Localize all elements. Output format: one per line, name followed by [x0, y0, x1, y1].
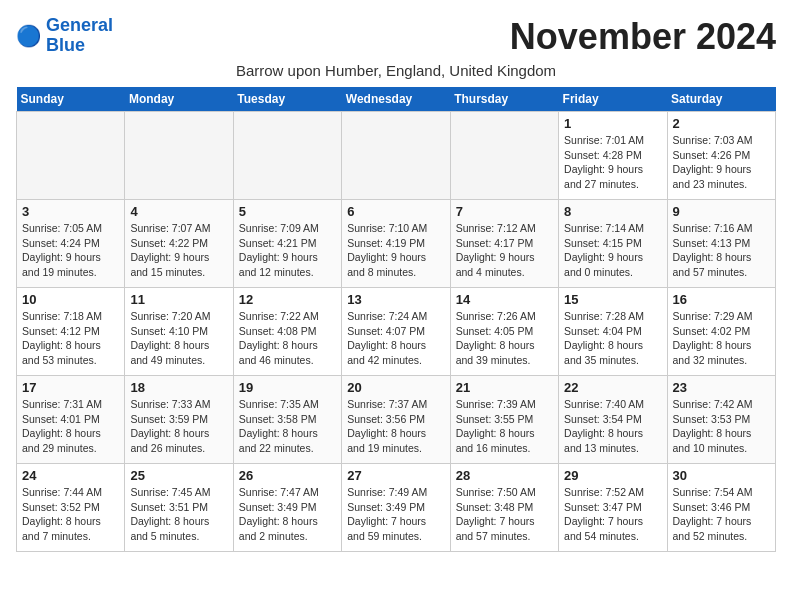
calendar-header-wednesday: Wednesday: [342, 87, 450, 112]
day-info: Sunrise: 7:18 AMSunset: 4:12 PMDaylight:…: [22, 309, 119, 368]
calendar-header-tuesday: Tuesday: [233, 87, 341, 112]
day-number: 14: [456, 292, 553, 307]
day-info: Sunrise: 7:29 AMSunset: 4:02 PMDaylight:…: [673, 309, 770, 368]
calendar-cell: 13Sunrise: 7:24 AMSunset: 4:07 PMDayligh…: [342, 288, 450, 376]
logo-text: General Blue: [46, 16, 113, 56]
day-info: Sunrise: 7:40 AMSunset: 3:54 PMDaylight:…: [564, 397, 661, 456]
logo-icon: 🔵: [16, 22, 44, 50]
calendar-cell: 20Sunrise: 7:37 AMSunset: 3:56 PMDayligh…: [342, 376, 450, 464]
day-number: 19: [239, 380, 336, 395]
day-info: Sunrise: 7:42 AMSunset: 3:53 PMDaylight:…: [673, 397, 770, 456]
day-number: 1: [564, 116, 661, 131]
day-number: 4: [130, 204, 227, 219]
day-info: Sunrise: 7:10 AMSunset: 4:19 PMDaylight:…: [347, 221, 444, 280]
subtitle: Barrow upon Humber, England, United King…: [16, 62, 776, 79]
day-number: 30: [673, 468, 770, 483]
day-info: Sunrise: 7:26 AMSunset: 4:05 PMDaylight:…: [456, 309, 553, 368]
day-number: 12: [239, 292, 336, 307]
day-info: Sunrise: 7:33 AMSunset: 3:59 PMDaylight:…: [130, 397, 227, 456]
day-number: 10: [22, 292, 119, 307]
day-number: 8: [564, 204, 661, 219]
day-number: 24: [22, 468, 119, 483]
calendar-cell: 17Sunrise: 7:31 AMSunset: 4:01 PMDayligh…: [17, 376, 125, 464]
day-info: Sunrise: 7:39 AMSunset: 3:55 PMDaylight:…: [456, 397, 553, 456]
day-info: Sunrise: 7:52 AMSunset: 3:47 PMDaylight:…: [564, 485, 661, 544]
calendar-cell: [17, 112, 125, 200]
calendar-header-saturday: Saturday: [667, 87, 775, 112]
calendar-week-row: 17Sunrise: 7:31 AMSunset: 4:01 PMDayligh…: [17, 376, 776, 464]
calendar-cell: 18Sunrise: 7:33 AMSunset: 3:59 PMDayligh…: [125, 376, 233, 464]
day-info: Sunrise: 7:12 AMSunset: 4:17 PMDaylight:…: [456, 221, 553, 280]
calendar-header-row: SundayMondayTuesdayWednesdayThursdayFrid…: [17, 87, 776, 112]
day-info: Sunrise: 7:35 AMSunset: 3:58 PMDaylight:…: [239, 397, 336, 456]
calendar-header-friday: Friday: [559, 87, 667, 112]
day-number: 26: [239, 468, 336, 483]
calendar-table: SundayMondayTuesdayWednesdayThursdayFrid…: [16, 87, 776, 552]
calendar-cell: 5Sunrise: 7:09 AMSunset: 4:21 PMDaylight…: [233, 200, 341, 288]
calendar-week-row: 10Sunrise: 7:18 AMSunset: 4:12 PMDayligh…: [17, 288, 776, 376]
calendar-cell: [233, 112, 341, 200]
calendar-week-row: 1Sunrise: 7:01 AMSunset: 4:28 PMDaylight…: [17, 112, 776, 200]
calendar-cell: 29Sunrise: 7:52 AMSunset: 3:47 PMDayligh…: [559, 464, 667, 552]
calendar-cell: 2Sunrise: 7:03 AMSunset: 4:26 PMDaylight…: [667, 112, 775, 200]
day-info: Sunrise: 7:24 AMSunset: 4:07 PMDaylight:…: [347, 309, 444, 368]
day-number: 20: [347, 380, 444, 395]
calendar-header-sunday: Sunday: [17, 87, 125, 112]
calendar-header-thursday: Thursday: [450, 87, 558, 112]
calendar-cell: 24Sunrise: 7:44 AMSunset: 3:52 PMDayligh…: [17, 464, 125, 552]
calendar-header-monday: Monday: [125, 87, 233, 112]
day-info: Sunrise: 7:49 AMSunset: 3:49 PMDaylight:…: [347, 485, 444, 544]
logo-line2: Blue: [46, 35, 85, 55]
day-number: 18: [130, 380, 227, 395]
day-info: Sunrise: 7:28 AMSunset: 4:04 PMDaylight:…: [564, 309, 661, 368]
logo-line1: General: [46, 15, 113, 35]
calendar-cell: 16Sunrise: 7:29 AMSunset: 4:02 PMDayligh…: [667, 288, 775, 376]
day-number: 28: [456, 468, 553, 483]
calendar-cell: [125, 112, 233, 200]
calendar-cell: 12Sunrise: 7:22 AMSunset: 4:08 PMDayligh…: [233, 288, 341, 376]
day-number: 13: [347, 292, 444, 307]
calendar-cell: 19Sunrise: 7:35 AMSunset: 3:58 PMDayligh…: [233, 376, 341, 464]
day-number: 29: [564, 468, 661, 483]
day-info: Sunrise: 7:22 AMSunset: 4:08 PMDaylight:…: [239, 309, 336, 368]
svg-text:🔵: 🔵: [16, 22, 42, 48]
day-info: Sunrise: 7:54 AMSunset: 3:46 PMDaylight:…: [673, 485, 770, 544]
day-info: Sunrise: 7:47 AMSunset: 3:49 PMDaylight:…: [239, 485, 336, 544]
calendar-cell: 26Sunrise: 7:47 AMSunset: 3:49 PMDayligh…: [233, 464, 341, 552]
day-number: 11: [130, 292, 227, 307]
calendar-cell: 11Sunrise: 7:20 AMSunset: 4:10 PMDayligh…: [125, 288, 233, 376]
day-info: Sunrise: 7:07 AMSunset: 4:22 PMDaylight:…: [130, 221, 227, 280]
calendar-cell: 27Sunrise: 7:49 AMSunset: 3:49 PMDayligh…: [342, 464, 450, 552]
calendar-cell: 23Sunrise: 7:42 AMSunset: 3:53 PMDayligh…: [667, 376, 775, 464]
day-info: Sunrise: 7:20 AMSunset: 4:10 PMDaylight:…: [130, 309, 227, 368]
day-number: 25: [130, 468, 227, 483]
day-info: Sunrise: 7:16 AMSunset: 4:13 PMDaylight:…: [673, 221, 770, 280]
calendar-cell: 14Sunrise: 7:26 AMSunset: 4:05 PMDayligh…: [450, 288, 558, 376]
day-number: 22: [564, 380, 661, 395]
calendar-cell: 28Sunrise: 7:50 AMSunset: 3:48 PMDayligh…: [450, 464, 558, 552]
calendar-cell: [450, 112, 558, 200]
day-number: 27: [347, 468, 444, 483]
day-info: Sunrise: 7:44 AMSunset: 3:52 PMDaylight:…: [22, 485, 119, 544]
day-number: 5: [239, 204, 336, 219]
day-number: 15: [564, 292, 661, 307]
day-info: Sunrise: 7:31 AMSunset: 4:01 PMDaylight:…: [22, 397, 119, 456]
day-info: Sunrise: 7:45 AMSunset: 3:51 PMDaylight:…: [130, 485, 227, 544]
day-info: Sunrise: 7:37 AMSunset: 3:56 PMDaylight:…: [347, 397, 444, 456]
calendar-cell: 30Sunrise: 7:54 AMSunset: 3:46 PMDayligh…: [667, 464, 775, 552]
calendar-cell: 4Sunrise: 7:07 AMSunset: 4:22 PMDaylight…: [125, 200, 233, 288]
day-number: 23: [673, 380, 770, 395]
calendar-cell: 1Sunrise: 7:01 AMSunset: 4:28 PMDaylight…: [559, 112, 667, 200]
calendar-cell: 9Sunrise: 7:16 AMSunset: 4:13 PMDaylight…: [667, 200, 775, 288]
calendar-cell: 10Sunrise: 7:18 AMSunset: 4:12 PMDayligh…: [17, 288, 125, 376]
month-title: November 2024: [510, 16, 776, 58]
day-number: 7: [456, 204, 553, 219]
calendar-cell: 21Sunrise: 7:39 AMSunset: 3:55 PMDayligh…: [450, 376, 558, 464]
calendar-cell: [342, 112, 450, 200]
day-info: Sunrise: 7:03 AMSunset: 4:26 PMDaylight:…: [673, 133, 770, 192]
calendar-cell: 15Sunrise: 7:28 AMSunset: 4:04 PMDayligh…: [559, 288, 667, 376]
day-number: 21: [456, 380, 553, 395]
day-info: Sunrise: 7:01 AMSunset: 4:28 PMDaylight:…: [564, 133, 661, 192]
calendar-week-row: 24Sunrise: 7:44 AMSunset: 3:52 PMDayligh…: [17, 464, 776, 552]
day-info: Sunrise: 7:50 AMSunset: 3:48 PMDaylight:…: [456, 485, 553, 544]
